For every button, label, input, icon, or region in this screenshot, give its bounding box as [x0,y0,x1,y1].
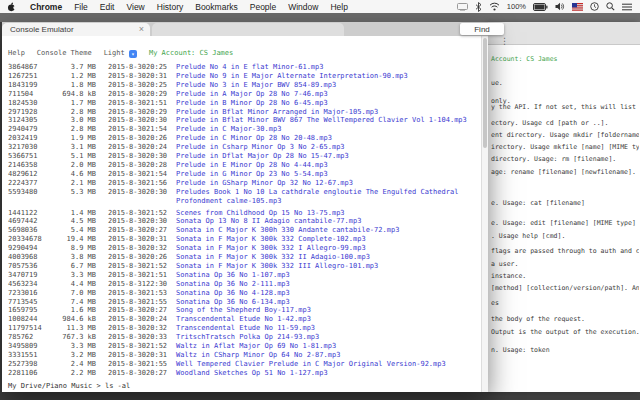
screen: { "menubar": { "apple_icon": "apple-logo… [0,0,640,400]
file-link[interactable]: Prelude in C Major-30.mp3 [174,125,478,134]
table-row: 22243772.1 MB2015-8-3021:56Prelude in GS… [8,179,478,188]
find-button[interactable]: Find [460,23,504,35]
file-link[interactable]: TritschTratsch Polka Op 214-93.mp3 [174,333,478,342]
console-prompt[interactable]: My Drive/Piano Music > ls -al [8,382,478,391]
table-row: 56980365.4 MB2015-8-3020:27Sonata in C M… [8,226,478,235]
file-link[interactable]: Prelude in GSharp Minor Op 32 No 12-67.m… [174,179,478,188]
notification-center-icon[interactable] [622,3,632,11]
file-size: 694.8 kB [46,90,96,99]
display-icon[interactable] [457,3,468,11]
spotlight-search-icon[interactable] [606,2,615,11]
file-link[interactable]: Sonata in F Major K 300k 332 I Allegro-9… [174,244,478,253]
menu-people[interactable]: People [244,2,282,12]
volume-icon[interactable] [555,2,565,11]
file-link[interactable]: Preludes Book 1 No 10 La cathdrale englo… [174,188,478,206]
file-link[interactable]: Prelude No 9 in E Major Alternate Interp… [174,72,478,81]
file-link[interactable]: Prelude in Bflat Minor Arranged in Major… [174,108,478,117]
file-id: 3495809 [8,342,46,351]
file-link[interactable]: Sonatina Op 36 No 2-111.mp3 [174,280,478,289]
clock-icon[interactable] [590,2,599,11]
file-link[interactable]: Song of the Shepherd Boy-117.mp3 [174,306,478,315]
file-link[interactable]: Well Tempered Clavier Prelude in C Major… [174,360,478,369]
file-id: 1008244 [8,315,46,324]
file-size: 4.6 MB [46,170,96,179]
file-link[interactable]: Prelude in Csharp Minor Op 3 No 2-65.mp3 [174,143,478,152]
file-link[interactable]: Sonata in F Major K 300k 332 II Adagio-1… [174,253,478,262]
file-link[interactable]: Waltz in Aflat Major Op 69 No 1-81.mp3 [174,342,478,351]
file-link[interactable]: Prelude No 3 in E Major BWV 854-89.mp3 [174,81,478,90]
theme-dropdown-icon[interactable]: ▾ [129,50,137,58]
file-time: 20:32 [144,244,174,253]
vertical-scrollbar[interactable] [481,36,488,392]
table-row: 31243053.0 MB2015-8-3020:30Prelude in Bf… [8,116,478,125]
file-link[interactable]: Sonata in F Major K 300k 332 Complete-10… [174,235,478,244]
file-link[interactable]: Prelude in E Minor Op 28 No 4-44.mp3 [174,161,478,170]
menu-window[interactable]: Window [282,2,324,12]
file-date: 2015-8-30 [96,333,144,342]
file-link[interactable]: Sonatina Op 36 No 6-134.mp3 [174,298,478,307]
file-time: 20:24 [144,315,174,324]
file-link[interactable]: Prelude in Dflat Major Op 28 No 15-47.mp… [174,152,478,161]
file-link[interactable]: Sonata in F Major K 300k 332 III Allegro… [174,262,478,271]
menu-chrome[interactable]: Chrome [24,2,68,12]
table-row: 16597951.6 MB2015-8-3020:27Song of the S… [8,306,478,315]
file-id: 1659795 [8,306,46,315]
table-row: 2033467819.4 MB2015-8-3020:31Sonata in F… [8,235,478,244]
file-date: 2015-8-30 [96,72,144,81]
file-table: 38648673.7 MB2015-8-3020:25Prelude No 4 … [8,63,478,378]
tab-close-icon[interactable]: × [133,25,150,34]
file-link[interactable]: Transcendental Etude No 1-42.mp3 [174,315,478,324]
battery-icon[interactable] [533,3,548,11]
file-link[interactable]: Sonata Op 13 No 8 II Adagio cantabile-77… [174,217,478,226]
menu-edit[interactable]: Edit [94,2,121,12]
table-row: 38648673.7 MB2015-8-3020:25Prelude No 4 … [8,63,478,72]
file-link[interactable]: Sonatina Op 36 No 1-107.mp3 [174,271,478,280]
menu-view[interactable]: View [120,2,150,12]
file-id: 7057536 [8,262,46,271]
file-time: 20:31 [144,235,174,244]
console-page: Help Console Theme Light ▾ My Account: C… [2,36,488,392]
help-link[interactable]: Help [8,48,25,58]
table-row: 21463582.0 MB2015-8-3020:28Prelude in E … [8,161,478,170]
bluetooth-icon[interactable] [475,2,482,12]
file-link[interactable]: Scenes from Childhood Op 15 No 13-75.mp3 [174,209,478,218]
file-date: 2015-8-30 [96,369,144,378]
file-link[interactable]: Woodland Sketches Op 51 No 1-127.mp3 [174,369,478,378]
file-link[interactable]: Prelude in G Minor Op 23 No 5-54.mp3 [174,170,478,179]
file-link[interactable]: Prelude in A Major Op 28 No 7-46.mp3 [174,90,478,99]
file-link[interactable]: Prelude in B Minor Op 28 No 6-45.mp3 [174,99,478,108]
file-id: 2527398 [8,360,46,369]
theme-selector[interactable]: Light ▾ [104,48,137,58]
file-link[interactable]: Prelude in C Minor Op 28 No 20-48.mp3 [174,134,478,143]
menu-bookmarks[interactable]: Bookmarks [189,2,244,12]
file-link[interactable]: Sonata in C Major K 300h 330 Andante can… [174,226,478,235]
background-account-label: Account: CS James [491,55,558,63]
kebab-menu-icon[interactable]: ⋮ [500,37,509,46]
keyboard-flag-icon[interactable] [572,3,583,11]
file-time: 21:52 [144,209,174,218]
apple-logo-icon[interactable] [7,2,16,12]
file-link[interactable]: Sonatina Op 36 No 4-128.mp3 [174,289,478,298]
file-time: 21:54 [144,170,174,179]
menu-file[interactable]: File [68,2,94,12]
file-id: 2971928 [8,108,46,117]
file-time: 21:56 [144,179,174,188]
file-size: 5.1 MB [46,152,96,161]
file-link[interactable]: Transcendental Etude No 11-59.mp3 [174,324,478,333]
file-time: 21:52 [144,342,174,351]
scrollbar-thumb[interactable] [483,38,487,148]
my-account-link[interactable]: My Account: CS James [149,48,233,58]
background-browser-window[interactable]: Account: CS James ue.only.y the API. If … [488,22,640,392]
inactive-tab-area[interactable] [152,23,344,36]
wifi-icon[interactable] [489,2,500,11]
file-link[interactable]: Prelude No 4 in E flat Minor-61.mp3 [174,63,478,72]
tab-console-emulator[interactable]: Console Emulator × [2,23,150,36]
table-row: 22811062.2 MB2015-8-3020:27Woodland Sket… [8,369,478,378]
table-row: 53667515.1 MB2015-8-3020:30Prelude in Df… [8,152,478,161]
file-link[interactable]: Prelude in Bflat Minor BWV 867 The WellT… [174,116,478,125]
file-link[interactable]: Waltz in CSharp Minor Op 64 No 2-87.mp3 [174,351,478,360]
file-time: 20:30 [144,116,174,125]
clipped-help-line: y the API. If not set, this will list f [491,103,639,111]
menu-history[interactable]: History [151,2,189,12]
menu-help[interactable]: Help [324,2,353,12]
